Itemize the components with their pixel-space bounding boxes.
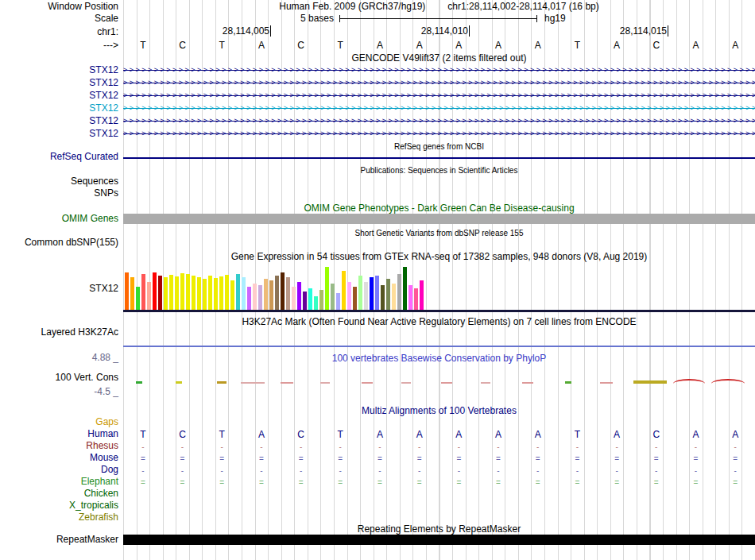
alignment-gap-mark: = xyxy=(558,453,598,465)
gtex-tissue-bar[interactable] xyxy=(186,274,190,311)
ruler-tick xyxy=(668,25,668,37)
gtex-tissue-bar[interactable] xyxy=(269,280,273,311)
multiz-row-xtropicalis[interactable] xyxy=(123,500,755,512)
position-ruler[interactable]: 28,114,005 28,114,010 28,114,015 xyxy=(123,25,755,37)
gtex-tissue-bar[interactable] xyxy=(375,276,379,311)
gtex-tissue-bar[interactable] xyxy=(192,276,196,311)
multiz-row-mouse[interactable]: ================ xyxy=(123,453,755,465)
alignment-gap-mark: - xyxy=(676,465,716,477)
gtex-tissue-bar[interactable] xyxy=(230,280,234,311)
alignment-gap-mark: = xyxy=(676,477,716,489)
gtex-tissue-bar[interactable] xyxy=(247,287,251,311)
gtex-tissue-bar[interactable] xyxy=(242,277,246,311)
gtex-tissue-bar[interactable] xyxy=(136,287,140,311)
refseq-curated-track[interactable] xyxy=(123,157,755,159)
gtex-tissue-bar[interactable] xyxy=(414,288,418,311)
multiz-row-zebrafish[interactable] xyxy=(123,512,755,524)
gtex-tissue-bar[interactable] xyxy=(286,277,290,311)
alignment-gap-mark: = xyxy=(320,453,360,465)
gtex-bars[interactable] xyxy=(125,265,424,311)
gtex-tissue-bar[interactable] xyxy=(403,267,407,311)
gene-track-row[interactable]: >>>>>>>>>>>>>>>>>>>>>>>>>>>>>>>>>>>>>>>>… xyxy=(123,128,755,140)
gtex-tissue-bar[interactable] xyxy=(175,276,179,311)
gtex-tissue-bar[interactable] xyxy=(297,282,301,311)
gtex-tissue-bar[interactable] xyxy=(336,293,340,311)
multiz-row-gaps[interactable] xyxy=(123,417,755,429)
gtex-tissue-bar[interactable] xyxy=(158,276,162,311)
base-letter: T xyxy=(320,429,360,441)
gtex-tissue-bar[interactable] xyxy=(281,272,285,311)
gtex-tissue-bar[interactable] xyxy=(319,290,323,311)
multiz-row-rhesus[interactable]: ---------------- xyxy=(123,441,755,453)
gtex-tissue-bar[interactable] xyxy=(314,296,318,311)
refseq-title: RefSeq genes from NCBI xyxy=(123,141,755,153)
gtex-tissue-bar[interactable] xyxy=(420,280,424,311)
gtex-tissue-bar[interactable] xyxy=(197,277,201,311)
multiz-row-chicken[interactable] xyxy=(123,489,755,500)
ruler-label-group: 28,114,015 xyxy=(594,25,668,37)
base-letter: A xyxy=(676,429,716,441)
gene-track-row[interactable]: >>>>>>>>>>>>>>>>>>>>>>>>>>>>>>>>>>>>>>>>… xyxy=(123,90,755,102)
gtex-tissue-bar[interactable] xyxy=(147,282,151,311)
multiz-row-dog[interactable]: ---------------- xyxy=(123,465,755,477)
gtex-tissue-bar[interactable] xyxy=(331,284,335,311)
multiz-row-elephant[interactable]: ================ xyxy=(123,477,755,489)
gtex-tissue-bar[interactable] xyxy=(392,284,396,311)
gene-track-row[interactable]: >>>>>>>>>>>>>>>>>>>>>>>>>>>>>>>>>>>>>>>>… xyxy=(123,102,755,114)
alignment-gap-mark: - xyxy=(320,465,360,477)
base-letter: T xyxy=(123,40,163,52)
gtex-tissue-bar[interactable] xyxy=(386,279,390,311)
gtex-tissue-bar[interactable] xyxy=(125,272,129,311)
gtex-tissue-bar[interactable] xyxy=(292,287,296,311)
scale-bar xyxy=(339,15,537,22)
tracks-area[interactable]: Human Feb. 2009 (GRCh37/hg19) chr1:28,11… xyxy=(123,0,755,560)
gtex-tissue-bar[interactable] xyxy=(308,288,312,311)
gtex-tissue-bar[interactable] xyxy=(303,292,307,311)
gtex-tissue-bar[interactable] xyxy=(236,274,240,311)
h3k27ac-track[interactable] xyxy=(123,346,755,347)
alignment-gap-mark: = xyxy=(478,453,518,465)
gtex-tissue-bar[interactable] xyxy=(153,272,157,311)
alignment-gap-mark: = xyxy=(242,453,281,465)
gene-track-row[interactable]: >>>>>>>>>>>>>>>>>>>>>>>>>>>>>>>>>>>>>>>>… xyxy=(123,115,755,127)
label-species-human: Human xyxy=(87,429,118,439)
gtex-tissue-bar[interactable] xyxy=(203,279,207,311)
gtex-tissue-bar[interactable] xyxy=(208,276,212,311)
gtex-tissue-bar[interactable] xyxy=(180,273,184,311)
gtex-tissue-bar[interactable] xyxy=(225,275,229,311)
gtex-tissue-bar[interactable] xyxy=(141,274,145,311)
alignment-gap-mark: = xyxy=(518,453,558,465)
gtex-tissue-bar[interactable] xyxy=(342,271,346,311)
gtex-tissue-bar[interactable] xyxy=(325,267,329,311)
label-cons-min: -4.5 _ xyxy=(94,387,118,397)
gtex-tissue-bar[interactable] xyxy=(164,277,168,311)
gene-track-row[interactable]: >>>>>>>>>>>>>>>>>>>>>>>>>>>>>>>>>>>>>>>>… xyxy=(123,64,755,76)
alignment-gap-mark: = xyxy=(597,453,637,465)
phylop-marks[interactable] xyxy=(123,378,755,388)
gtex-tissue-bar[interactable] xyxy=(214,278,218,311)
gtex-tissue-bar[interactable] xyxy=(381,285,385,311)
gtex-tissue-bar[interactable] xyxy=(275,276,279,311)
repeatmasker-track[interactable] xyxy=(123,535,755,545)
gtex-tissue-bar[interactable] xyxy=(169,275,173,311)
alignment-gap-mark: - xyxy=(518,465,558,477)
gtex-tissue-bar[interactable] xyxy=(219,276,223,311)
gtex-tissue-bar[interactable] xyxy=(258,285,262,311)
gtex-tissue-bar[interactable] xyxy=(408,285,412,311)
conservation-mark xyxy=(673,379,705,384)
gtex-tissue-bar[interactable] xyxy=(130,277,134,311)
omim-genes-track[interactable] xyxy=(123,214,755,224)
gtex-tissue-bar[interactable] xyxy=(358,276,362,311)
gtex-tissue-bar[interactable] xyxy=(397,274,401,311)
label-omim-genes: OMIM Genes xyxy=(62,214,118,224)
multiz-row-human[interactable]: TCTACTAAAAATACAA xyxy=(123,429,755,441)
ruler-position-label: 28,114,010 xyxy=(395,25,469,37)
gtex-tissue-bar[interactable] xyxy=(264,279,268,311)
gtex-tissue-bar[interactable] xyxy=(364,282,368,311)
gene-track-row[interactable]: >>>>>>>>>>>>>>>>>>>>>>>>>>>>>>>>>>>>>>>>… xyxy=(123,77,755,89)
gtex-tissue-bar[interactable] xyxy=(353,287,357,311)
alignment-gap-mark: = xyxy=(518,477,558,489)
gtex-tissue-bar[interactable] xyxy=(347,282,351,311)
gtex-tissue-bar[interactable] xyxy=(253,284,257,311)
gtex-tissue-bar[interactable] xyxy=(370,277,374,311)
